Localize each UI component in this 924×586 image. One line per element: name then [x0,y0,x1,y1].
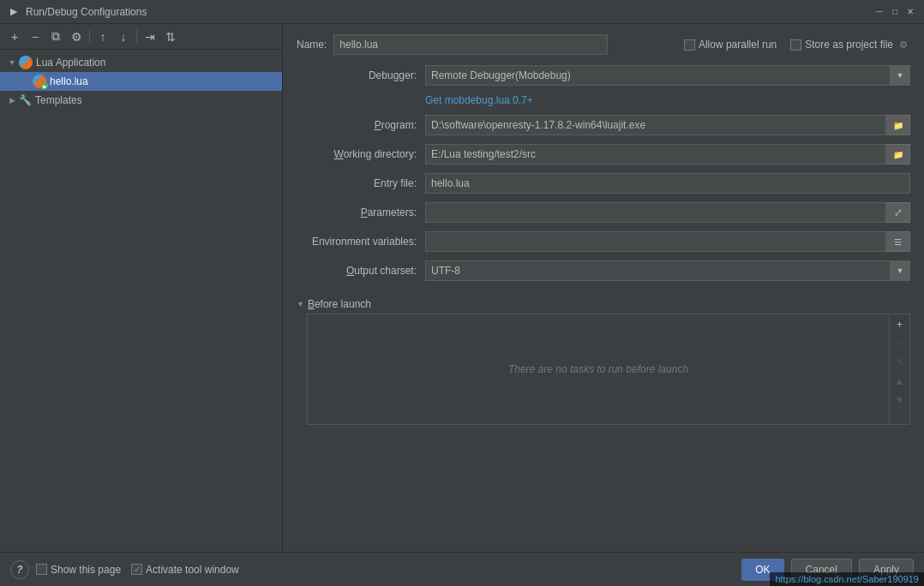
allow-parallel-text: Allow parallel run [699,39,777,51]
env-vars-label: Environment variables: [297,236,425,248]
debugger-label: Debugger: [297,69,425,81]
working-dir-input[interactable] [425,144,886,164]
activate-tool-checkbox[interactable] [131,564,142,575]
env-vars-input-wrapper: ☰ [425,231,910,252]
app-icon: ▶ [7,5,21,19]
run-arrow-icon: ▶ [41,82,48,89]
allow-parallel-checkbox[interactable] [684,39,695,51]
lua-application-label: Lua Application [36,57,105,69]
toolbar-separator-2 [136,30,137,44]
name-input[interactable] [333,34,608,55]
before-launch-section: ▼ Before launch There are no tasks to ru… [297,295,910,425]
toolbar: + − ⧉ ⚙ ↑ ↓ ⇥ ⇅ [0,24,282,50]
program-input-wrapper: 📁 [425,115,910,135]
before-launch-remove-button[interactable]: − [891,335,909,352]
before-launch-empty-text: There are no tasks to run before launch [308,314,889,424]
window-controls: ─ □ ✕ [873,5,917,19]
before-launch-edit-button[interactable]: ✎ [891,354,909,371]
watermark: https://blog.csdn.net/Saber190919 [770,572,924,586]
parameters-expand-button[interactable]: ⤢ [886,202,910,223]
output-charset-select[interactable]: UTF-8 [425,260,910,281]
toolbar-separator-1 [89,30,90,44]
title-bar: ▶ Run/Debug Configurations ─ □ ✕ [0,0,924,24]
output-charset-row: Output charset: UTF-8 ▼ [297,260,910,281]
before-launch-header: ▼ Before launch [297,298,910,310]
settings-config-button[interactable]: ⚙ [67,27,86,46]
add-config-button[interactable]: + [5,27,24,46]
sort-down-button[interactable]: ↓ [114,27,133,46]
copy-config-button[interactable]: ⧉ [46,27,65,46]
tree-templates[interactable]: ▶ 🔧 Templates [0,91,282,110]
reorder-button[interactable]: ⇅ [161,27,180,46]
entry-file-input[interactable] [425,173,910,194]
env-vars-row: Environment variables: ☰ [297,231,910,252]
hello-lua-icon: ▶ [33,75,46,88]
sort-up-button[interactable]: ↑ [93,27,112,46]
store-project-checkbox-label[interactable]: Store as project file ⚙ [790,38,910,51]
tree-hello-lua[interactable]: ▶ ▶ hello.lua [0,72,282,91]
store-project-text: Store as project file [805,39,893,51]
debugger-row: Debugger: Remote Debugger(Mobdebug) ▼ [297,65,910,86]
right-panel: Name: Allow parallel run Store as projec… [283,24,924,552]
tree-lua-application[interactable]: ▼ Lua Application [0,53,282,72]
main-container: + − ⧉ ⚙ ↑ ↓ ⇥ ⇅ ▼ Lua Application ▶ ▶ [0,24,924,552]
entry-file-row: Entry file: [297,173,910,194]
output-charset-select-wrapper: UTF-8 ▼ [425,260,910,281]
left-panel: + − ⧉ ⚙ ↑ ↓ ⇥ ⇅ ▼ Lua Application ▶ ▶ [0,24,283,552]
minimize-button[interactable]: ─ [873,5,886,19]
header-checkboxes: Allow parallel run Store as project file… [684,38,910,51]
working-dir-input-wrapper: 📁 [425,144,910,164]
parameters-row: Parameters: ⤢ [297,202,910,223]
parameters-label: Parameters: [297,206,425,218]
before-launch-toggle[interactable]: ▼ [297,300,304,308]
maximize-button[interactable]: □ [888,5,902,19]
env-vars-input[interactable] [425,231,886,252]
store-project-checkbox[interactable] [790,39,801,51]
allow-parallel-checkbox-label[interactable]: Allow parallel run [684,39,777,51]
config-tree: ▼ Lua Application ▶ ▶ hello.lua ▶ 🔧 Temp… [0,50,282,552]
working-dir-label: Working directory: [297,148,425,160]
program-browse-button[interactable]: 📁 [886,115,910,135]
program-row: Program: 📁 [297,115,910,135]
get-mobdebug-link[interactable]: Get mobdebug.lua 0.7+ [425,94,533,106]
show-page-text: Show this page [51,564,121,576]
before-launch-label: Before launch [308,298,371,310]
templates-icon: 🔧 [19,94,32,106]
before-launch-content: There are no tasks to run before launch … [307,314,910,425]
debugger-select-wrapper: Remote Debugger(Mobdebug) ▼ [425,65,910,86]
program-input[interactable] [425,115,886,135]
remove-config-button[interactable]: − [26,27,45,46]
window-title: Run/Debug Configurations [26,6,873,18]
env-vars-browse-button[interactable]: ☰ [886,231,910,252]
templates-label: Templates [35,94,82,106]
parameters-input-wrapper: ⤢ [425,202,910,223]
name-label: Name: [297,39,327,51]
activate-tool-text: Activate tool window [146,564,239,576]
bottom-left: Show this page Activate tool window [36,564,741,576]
entry-file-label: Entry file: [297,177,425,189]
before-launch-up-button[interactable]: ▲ [891,373,909,390]
before-launch-down-button[interactable]: ▼ [891,392,909,409]
store-project-settings-btn[interactable]: ⚙ [897,38,910,51]
show-page-checkbox-label[interactable]: Show this page [36,564,121,576]
tree-toggle-lua-app[interactable]: ▼ [7,57,17,68]
working-dir-browse-button[interactable]: 📁 [886,144,910,164]
output-charset-label: Output charset: [297,265,425,277]
help-button[interactable]: ? [10,560,29,579]
move-button[interactable]: ⇥ [141,27,159,46]
activate-tool-checkbox-label[interactable]: Activate tool window [131,564,239,576]
working-dir-row: Working directory: 📁 [297,144,910,164]
before-launch-sidebar: + − ✎ ▲ ▼ [889,314,909,424]
lua-app-icon [19,56,33,69]
debugger-select[interactable]: Remote Debugger(Mobdebug) [425,65,910,86]
program-label: Program: [297,119,425,131]
close-button[interactable]: ✕ [903,5,917,19]
watermark-url: https://blog.csdn.net/Saber190919 [775,574,919,584]
parameters-input[interactable] [425,202,886,223]
tree-toggle-templates[interactable]: ▶ [7,95,17,105]
before-launch-add-button[interactable]: + [891,316,909,333]
show-page-checkbox[interactable] [36,564,47,575]
hello-lua-label: hello.lua [50,75,88,87]
